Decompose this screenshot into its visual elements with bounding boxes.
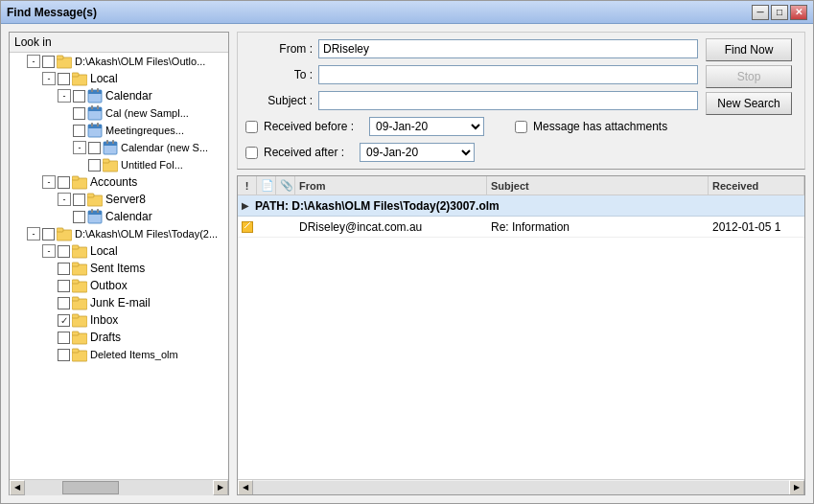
tree-checkbox-sent-items[interactable] (58, 263, 70, 275)
tree-item-junk-email[interactable]: Junk E-mail (10, 294, 228, 311)
results-scroll-track[interactable] (253, 481, 789, 494)
tree-item-root1[interactable]: - D:\Akash\OLM Files\Outlo... (10, 53, 228, 70)
tree-hscroll[interactable]: ◀ ▶ (10, 479, 228, 494)
svg-rect-11 (97, 105, 99, 109)
tree-label-calendar: Calendar (105, 89, 152, 103)
tree-checkbox-untitled-fol[interactable] (88, 159, 101, 172)
tree-item-meetingrequest[interactable]: Meetingreques... (10, 122, 228, 139)
tree-expander-root2[interactable]: - (27, 227, 40, 241)
tree-checkbox-root1[interactable] (42, 56, 55, 68)
tree-checkbox-deleted[interactable] (58, 349, 70, 361)
window-title: Find Message(s) (7, 6, 97, 19)
result-from-1: DRiseley@incat.com.au (295, 217, 487, 237)
tree-checkbox-calendar[interactable] (73, 90, 85, 103)
tree-item-accounts[interactable]: - Accounts (10, 173, 228, 191)
received-after-date[interactable]: 09-Jan-20 (360, 143, 475, 162)
window-controls: ─ □ ✕ (752, 5, 807, 20)
received-after-checkbox[interactable] (245, 147, 258, 159)
minimize-button[interactable]: ─ (752, 5, 769, 20)
col-attach[interactable]: 📎 (276, 176, 295, 195)
tree-item-cal-new-sample[interactable]: Cal (new Sampl... (10, 104, 228, 122)
tree-item-calendar2[interactable]: Calendar (10, 208, 228, 225)
tree-expander-calendar-new[interactable]: - (73, 141, 86, 154)
tree-item-sent-items[interactable]: Sent Items (10, 260, 228, 277)
calendar-icon-5 (87, 209, 103, 224)
svg-rect-29 (97, 209, 99, 213)
col-exclamation[interactable]: ! (238, 176, 257, 195)
svg-rect-18 (106, 140, 108, 144)
tree-item-root2[interactable]: - D:\Akash\OLM Files\Today(2... (10, 225, 228, 242)
tree-expander-server8[interactable]: - (58, 193, 71, 206)
scroll-thumb[interactable] (62, 481, 119, 494)
folder-icon-sent (72, 261, 87, 276)
scroll-track[interactable] (25, 480, 213, 495)
to-input[interactable] (318, 65, 698, 84)
tree-item-untitled-fol[interactable]: Untitled Fol... (10, 156, 228, 173)
path-row: ▶ PATH: D:\Akash\OLM Files\Today(2)3007.… (238, 195, 804, 217)
tree-expander-local1[interactable]: - (42, 72, 56, 85)
tree-item-server8[interactable]: - Server8 (10, 191, 228, 208)
subject-input[interactable] (318, 91, 698, 110)
find-now-button[interactable]: Find Now (706, 38, 792, 61)
look-in-label: Look in (10, 33, 228, 53)
folder-icon-deleted (72, 347, 87, 362)
tree-checkbox-outbox[interactable] (58, 280, 70, 292)
tree-item-local1[interactable]: - Local (10, 70, 228, 87)
tree-item-deleted[interactable]: Deleted Items_olm (10, 346, 228, 363)
from-input[interactable] (318, 39, 698, 58)
tree-checkbox-inbox[interactable] (58, 314, 70, 327)
tree-checkbox-calendar-new[interactable] (88, 142, 101, 154)
stop-button[interactable]: Stop (706, 65, 792, 88)
tree-label-cal-new-sample: Cal (new Sampl... (105, 107, 189, 119)
tree-item-drafts[interactable]: Drafts (10, 329, 228, 346)
col-from[interactable]: From (295, 176, 487, 195)
maximize-button[interactable]: □ (771, 5, 788, 20)
tree-item-local2[interactable]: - Local (10, 242, 228, 260)
tree-checkbox-meetingrequest[interactable] (73, 125, 85, 137)
tree-checkbox-calendar2[interactable] (73, 211, 85, 223)
results-scroll-right[interactable]: ▶ (789, 480, 804, 495)
scroll-right-arrow[interactable]: ▶ (213, 480, 228, 495)
result-flag-1 (257, 217, 276, 237)
to-label: To : (245, 68, 313, 81)
received-before-date[interactable]: 09-Jan-20 (369, 117, 484, 136)
tree-checkbox-root2[interactable] (42, 228, 55, 241)
folder-icon-outbox (72, 278, 87, 293)
tree-checkbox-drafts[interactable] (58, 332, 70, 344)
close-button[interactable]: ✕ (790, 5, 807, 20)
svg-rect-5 (88, 90, 102, 94)
svg-rect-39 (72, 297, 79, 301)
tree-expander-accounts[interactable]: - (42, 175, 56, 189)
tree-checkbox-junk-email[interactable] (58, 297, 70, 309)
folder-tree[interactable]: - D:\Akash\OLM Files\Outlo... - Local (10, 53, 228, 479)
tree-item-outbox[interactable]: Outbox (10, 277, 228, 294)
main-content: Look in - D:\Akash\OLM Files\Outlo... - (1, 24, 813, 503)
tree-expander-root1[interactable]: - (27, 55, 40, 68)
col-received[interactable]: Received (709, 176, 804, 195)
results-scroll-left[interactable]: ◀ (238, 480, 253, 495)
results-hscroll[interactable]: ◀ ▶ (238, 479, 804, 494)
tree-expander-calendar[interactable]: - (58, 89, 71, 103)
tree-expander-local2[interactable]: - (42, 244, 56, 258)
scroll-left-arrow[interactable]: ◀ (10, 480, 25, 495)
new-search-button[interactable]: New Search (706, 92, 792, 115)
message-has-attachments-checkbox[interactable] (515, 121, 527, 133)
tree-checkbox-cal-new-sample[interactable] (73, 107, 85, 120)
col-doc[interactable]: 📄 (257, 176, 276, 195)
received-before-checkbox[interactable] (245, 121, 258, 133)
tree-item-inbox[interactable]: Inbox (10, 311, 228, 329)
tree-label-local2: Local (90, 244, 118, 258)
tree-checkbox-local1[interactable] (58, 73, 70, 85)
svg-rect-43 (72, 332, 79, 335)
tree-label-drafts: Drafts (90, 331, 121, 344)
calendar-icon-3 (87, 123, 103, 138)
tree-checkbox-local2[interactable] (58, 245, 70, 258)
svg-rect-35 (72, 263, 79, 266)
result-row-1[interactable]: DRiseley@incat.com.au Re: Information 20… (238, 217, 804, 238)
col-subject[interactable]: Subject (487, 176, 709, 195)
tree-item-calendar[interactable]: - Calendar (10, 87, 228, 104)
tree-checkbox-accounts[interactable] (58, 176, 70, 189)
tree-item-calendar-new[interactable]: - Calendar (new S... (10, 139, 228, 156)
folder-icon-root2 (57, 226, 72, 241)
tree-checkbox-server8[interactable] (73, 194, 85, 206)
